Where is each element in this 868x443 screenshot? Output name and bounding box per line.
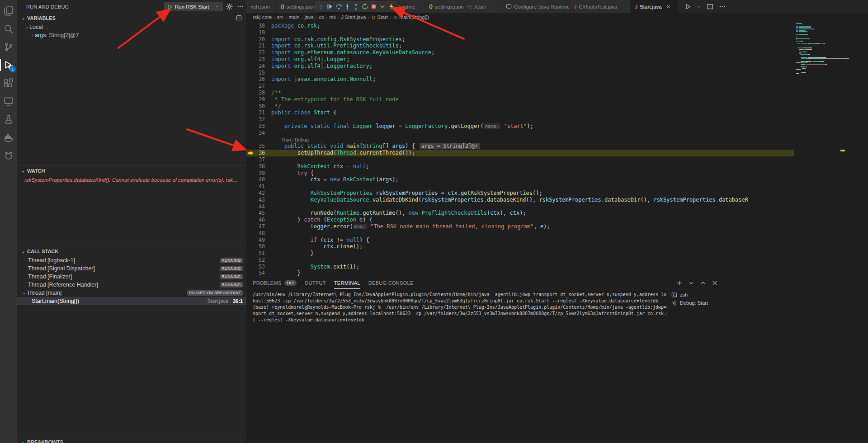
minimap-line <box>794 33 840 33</box>
editor-group: nch.json{}settings.jsonConfigure Java Ru… <box>246 0 868 277</box>
panel-tab-problems[interactable]: PROBLEMS1K+ <box>253 277 297 289</box>
breadcrumb-item[interactable]: rskj-core <box>253 14 272 20</box>
line-number: 26 <box>246 76 271 83</box>
tab-label: Start.java <box>640 4 662 9</box>
watch-expression[interactable]: rskSystemProperties.databaseKind(): Cann… <box>17 176 246 184</box>
tab-start-java[interactable]: JStart.java <box>631 0 678 13</box>
watch-section-header[interactable]: ⌄ WATCH <box>17 166 246 176</box>
call-stack-thread[interactable]: Thread [Signal Dispatcher]RUNNING <box>17 264 246 273</box>
thread-status-badge: RUNNING <box>220 282 243 287</box>
restart-icon[interactable] <box>361 2 369 12</box>
tab-settings-json[interactable]: {}settings.json~/.../User <box>425 0 502 13</box>
run-icon[interactable] <box>684 3 691 10</box>
terminal-session-debug-start[interactable]: Debug: Start <box>670 299 728 307</box>
extensions-icon[interactable] <box>0 74 17 92</box>
chevron-down-icon <box>215 4 220 9</box>
lightning-icon[interactable] <box>387 2 395 12</box>
ellipsis-icon[interactable] <box>719 3 726 10</box>
code-line: 40 ctx = new RskContext(args); <box>246 176 794 183</box>
panel-tab-label: PROBLEMS <box>253 280 282 286</box>
line-number: 43 <box>246 197 271 203</box>
step-over-icon[interactable] <box>335 2 343 12</box>
tab-configure-java-runtime[interactable]: Configure Java Runtime <box>502 0 570 13</box>
chevron-down-icon[interactable] <box>697 5 701 9</box>
minimap-line <box>794 58 840 59</box>
variables-scope-local[interactable]: ⌄ Local <box>17 23 246 31</box>
terminal-session-zsh[interactable]: zsh <box>670 291 728 299</box>
close-icon[interactable] <box>710 278 719 287</box>
step-into-icon[interactable] <box>344 2 351 12</box>
breadcrumb-label: main <box>289 14 300 20</box>
docker-icon[interactable] <box>0 128 17 146</box>
files-icon[interactable] <box>0 2 17 20</box>
split-icon[interactable] <box>707 3 713 10</box>
code-line: 49 if (ctx != null) { <box>246 237 794 244</box>
gear-icon[interactable] <box>226 3 233 10</box>
stop-icon[interactable] <box>370 2 377 12</box>
run-config-dropdown[interactable]: Run RSK Start <box>164 2 223 11</box>
breadcrumb-item[interactable]: main <box>289 14 300 20</box>
code-line: 28/** <box>246 90 794 96</box>
minimap[interactable] <box>794 21 840 277</box>
close-icon[interactable] <box>666 4 671 9</box>
call-stack-thread[interactable]: Thread [Reference Handler]RUNNING <box>17 281 246 289</box>
terminal-splitter[interactable] <box>668 289 668 443</box>
java-file-icon: J <box>341 15 344 20</box>
remote-icon[interactable] <box>0 92 17 110</box>
start-debug-icon[interactable] <box>167 4 173 9</box>
codelens-debug-link[interactable]: Debug <box>295 137 309 142</box>
tab-clitoolstest-java[interactable]: JCliToolsTest.java <box>570 0 631 13</box>
step-out-icon[interactable] <box>352 2 360 12</box>
code-text: RskContext ctx = null; <box>271 163 369 170</box>
code-line: 36 setUpThread(Thread.currentThread()); <box>246 150 794 156</box>
source-control-icon[interactable] <box>0 38 17 56</box>
variables-section-header[interactable]: ⌄ VARIABLES <box>17 13 246 23</box>
search-icon[interactable] <box>0 20 17 38</box>
testing-icon[interactable] <box>0 110 17 128</box>
call-stack-section-header[interactable]: ⌄ CALL STACK <box>17 246 246 256</box>
code-line: 25 <box>246 70 794 76</box>
editor-scrollbar[interactable] <box>840 21 846 277</box>
grip-icon[interactable] <box>317 2 325 12</box>
breadcrumb-item[interactable]: Start <box>371 14 388 20</box>
breadcrumb-item[interactable]: rsk <box>329 14 336 20</box>
breadcrumb-item[interactable]: java <box>305 14 314 20</box>
variables-section: ⌄ VARIABLES ⌄ Local › args : String[2]@7 <box>17 13 246 165</box>
panel-tab-terminal[interactable]: TERMINAL <box>334 277 360 289</box>
tab-nch-json[interactable]: nch.json <box>246 0 277 13</box>
panel-tab-output[interactable]: OUTPUT <box>305 277 326 289</box>
breadcrumb-separator: › <box>368 15 369 20</box>
terminal-output[interactable]: /usr/bin/env /Library/Internet\ Plug-Ins… <box>253 292 667 441</box>
call-stack-thread[interactable]: Thread [logback-1]RUNNING <box>17 256 246 264</box>
chevron-down-icon: ⌄ <box>21 16 26 20</box>
call-stack-frame[interactable]: Start.main(String[])Start.java36:1 <box>17 297 246 305</box>
plus-icon[interactable] <box>675 278 684 287</box>
line-number: 19 <box>246 29 271 36</box>
call-stack-thread[interactable]: ⌄Thread [main]PAUSED ON BREAKPOINT <box>17 289 246 297</box>
breadcrumb-item[interactable]: co <box>319 14 324 20</box>
variable-args[interactable]: › args : String[2]@7 <box>17 31 246 39</box>
more-actions-icon[interactable] <box>237 3 244 10</box>
chevron-down-icon[interactable] <box>687 278 696 287</box>
chevron-down-icon[interactable] <box>378 2 386 12</box>
continue-icon[interactable] <box>326 2 334 12</box>
breadcrumb-item[interactable]: JStart.java <box>341 14 366 20</box>
code-editor[interactable]: 18package co.rsk;1920import co.rsk.confi… <box>246 21 794 277</box>
line-number: 27 <box>246 83 271 90</box>
call-stack-thread[interactable]: Thread [Finalizer]RUNNING <box>17 273 246 281</box>
codelens-run-link[interactable]: Run <box>282 137 291 142</box>
line-number: 38 <box>246 163 271 170</box>
animal-icon[interactable] <box>0 146 17 165</box>
breakpoints-section-header[interactable]: ⌄ BREAKPOINTS <box>17 437 246 443</box>
code-line: 30 */ <box>246 103 794 110</box>
run-and-debug-icon[interactable]: 1 <box>0 56 17 74</box>
code-text: KeyValueDataSource.validateDbKind(rskSys… <box>271 197 748 203</box>
line-number: 37 <box>246 156 271 163</box>
line-number: 54 <box>246 270 271 277</box>
tab-settings-json[interactable]: {}settings.json <box>277 0 321 13</box>
breadcrumb-item[interactable]: src <box>277 14 284 20</box>
panel-tab-debug-console[interactable]: DEBUG CONSOLE <box>368 277 414 289</box>
breadcrumb-item[interactable]: main(String[]) <box>393 14 429 20</box>
collapse-all-icon[interactable] <box>236 15 242 21</box>
chevron-up-icon[interactable] <box>698 278 708 287</box>
